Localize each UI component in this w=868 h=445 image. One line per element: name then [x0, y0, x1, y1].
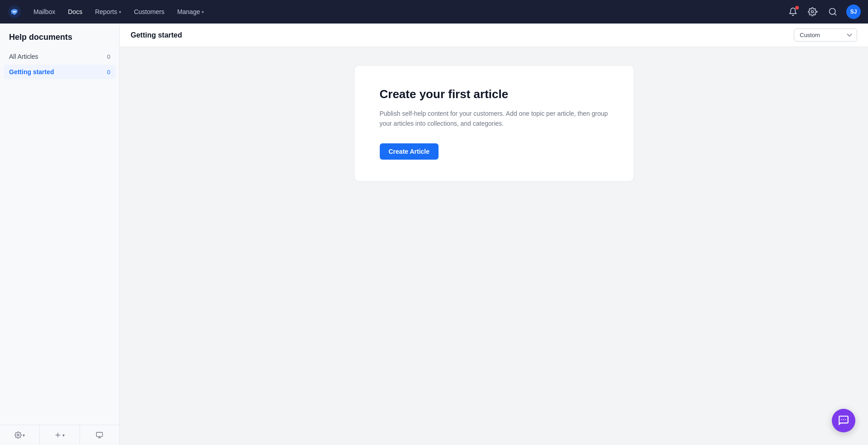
sidebar: Help documents All Articles 0 Getting st…: [0, 24, 120, 445]
sidebar-title: Help documents: [0, 24, 119, 49]
svg-point-3: [15, 11, 16, 13]
sidebar-item-getting-started[interactable]: Getting started 0: [4, 65, 116, 79]
app-logo[interactable]: [7, 5, 22, 19]
all-articles-count: 0: [107, 53, 110, 60]
main-header: Getting started Custom Default Dark: [120, 24, 868, 47]
empty-state-card: Create your first article Publish self-h…: [354, 65, 634, 182]
settings-chevron-small-icon: ▾: [23, 433, 25, 438]
add-tool-button[interactable]: ▾: [40, 425, 80, 445]
main-body: Create your first article Publish self-h…: [120, 47, 868, 445]
empty-state-title: Create your first article: [380, 87, 609, 101]
notification-badge: [795, 6, 799, 9]
create-article-button[interactable]: Create Article: [380, 143, 439, 160]
top-nav: Mailbox Docs Reports ▾ Customers Manage …: [0, 0, 868, 24]
nav-reports[interactable]: Reports ▾: [90, 5, 126, 18]
page-title: Getting started: [131, 31, 182, 39]
settings-button[interactable]: ▾: [805, 4, 821, 20]
settings-tool-button[interactable]: ▾: [0, 425, 40, 445]
svg-line-6: [835, 14, 836, 15]
sidebar-item-all-articles[interactable]: All Articles 0: [4, 49, 116, 64]
sidebar-nav: All Articles 0 Getting started 0: [0, 49, 119, 425]
empty-state-description: Publish self-help content for your custo…: [380, 109, 609, 129]
settings-chevron-icon: ▾: [816, 9, 818, 14]
svg-point-1: [13, 11, 14, 13]
user-avatar[interactable]: SJ: [846, 5, 861, 19]
main-content: Getting started Custom Default Dark Crea…: [120, 24, 868, 445]
chat-widget-button[interactable]: [832, 409, 855, 432]
reports-chevron-icon: ▾: [119, 9, 121, 14]
getting-started-label: Getting started: [9, 68, 54, 76]
notifications-button[interactable]: [785, 4, 801, 20]
nav-docs[interactable]: Docs: [63, 5, 87, 18]
manage-chevron-icon: ▾: [202, 9, 204, 14]
all-articles-label: All Articles: [9, 53, 38, 60]
svg-point-7: [17, 434, 19, 436]
nav-manage[interactable]: Manage ▾: [173, 5, 209, 18]
view-tool-button[interactable]: [80, 425, 119, 445]
theme-select[interactable]: Custom Default Dark: [794, 28, 857, 42]
nav-mailbox[interactable]: Mailbox: [29, 5, 60, 18]
search-button[interactable]: [825, 4, 841, 20]
svg-point-4: [811, 11, 813, 13]
svg-rect-10: [97, 432, 103, 436]
sidebar-toolbar: ▾ ▾: [0, 425, 119, 445]
layout: Help documents All Articles 0 Getting st…: [0, 24, 868, 445]
getting-started-count: 0: [107, 69, 110, 76]
add-chevron-icon: ▾: [62, 433, 65, 438]
nav-customers[interactable]: Customers: [129, 5, 169, 18]
svg-point-2: [14, 11, 15, 13]
